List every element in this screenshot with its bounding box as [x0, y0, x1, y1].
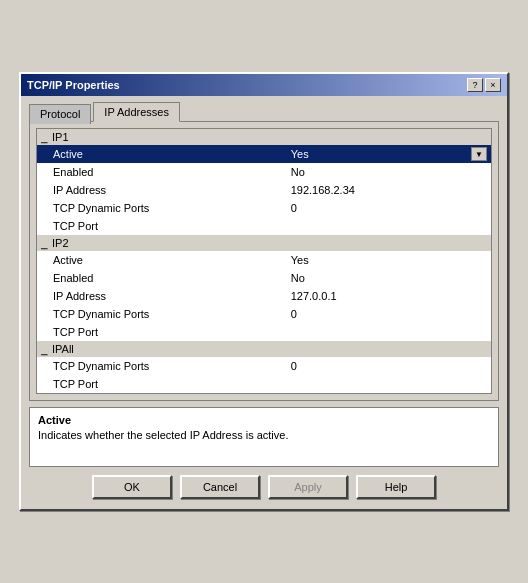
property-name: TCP Port	[37, 323, 287, 341]
table-row[interactable]: IP Address192.168.2.34	[37, 181, 491, 199]
property-value: 0	[287, 305, 491, 323]
help-title-button[interactable]: ?	[467, 78, 483, 92]
property-value: No	[287, 269, 491, 287]
property-name: Enabled	[37, 163, 287, 181]
property-value	[287, 217, 491, 235]
title-bar-buttons: ? ×	[467, 78, 501, 92]
info-section: Active Indicates whether the selected IP…	[29, 407, 499, 467]
table-row[interactable]: EnabledNo	[37, 163, 491, 181]
tab-ip-addresses-label: IP Addresses	[104, 106, 169, 118]
button-row: OK Cancel Apply Help	[29, 467, 499, 503]
section-toggle-icon: ⎯	[41, 131, 48, 143]
table-row[interactable]: ActiveYes▼	[37, 145, 491, 163]
property-value: Yes	[287, 251, 491, 269]
section-header-IPAll[interactable]: ⎯IPAll	[37, 341, 491, 357]
table-row[interactable]: EnabledNo	[37, 269, 491, 287]
tab-protocol[interactable]: Protocol	[29, 104, 91, 124]
tab-protocol-label: Protocol	[40, 108, 80, 120]
cancel-button[interactable]: Cancel	[180, 475, 260, 499]
property-name: Active	[37, 251, 287, 269]
ip-property-table-container[interactable]: ⎯IP1ActiveYes▼EnabledNoIP Address192.168…	[36, 128, 492, 394]
tab-panel-ip-addresses: ⎯IP1ActiveYes▼EnabledNoIP Address192.168…	[29, 121, 499, 401]
info-description: Indicates whether the selected IP Addres…	[38, 429, 490, 441]
property-name: TCP Dynamic Ports	[37, 199, 287, 217]
section-header-IP2[interactable]: ⎯IP2	[37, 235, 491, 251]
dialog-title: TCP/IP Properties	[27, 79, 120, 91]
property-value	[287, 375, 491, 393]
property-name: IP Address	[37, 181, 287, 199]
section-header-IP1[interactable]: ⎯IP1	[37, 129, 491, 145]
property-name: TCP Port	[37, 217, 287, 235]
table-row[interactable]: ActiveYes	[37, 251, 491, 269]
help-button[interactable]: Help	[356, 475, 436, 499]
property-name: TCP Port	[37, 375, 287, 393]
property-value: No	[287, 163, 491, 181]
property-name: Active	[37, 145, 287, 163]
ip-property-table: ⎯IP1ActiveYes▼EnabledNoIP Address192.168…	[37, 129, 491, 393]
property-value: 127.0.0.1	[287, 287, 491, 305]
property-name: TCP Dynamic Ports	[37, 357, 287, 375]
property-value	[287, 323, 491, 341]
section-toggle-icon: ⎯	[41, 343, 48, 355]
dialog-content: Protocol IP Addresses ⎯IP1ActiveYes▼Enab…	[21, 96, 507, 509]
title-bar: TCP/IP Properties ? ×	[21, 74, 507, 96]
tcp-ip-properties-dialog: TCP/IP Properties ? × Protocol IP Addres…	[19, 72, 509, 511]
property-value: 0	[287, 357, 491, 375]
ok-button[interactable]: OK	[92, 475, 172, 499]
property-name: IP Address	[37, 287, 287, 305]
table-row[interactable]: TCP Dynamic Ports0	[37, 357, 491, 375]
table-row[interactable]: IP Address127.0.0.1	[37, 287, 491, 305]
property-value: 192.168.2.34	[287, 181, 491, 199]
dropdown-arrow-icon[interactable]: ▼	[471, 147, 487, 161]
section-toggle-icon: ⎯	[41, 237, 48, 249]
table-row[interactable]: TCP Dynamic Ports0	[37, 199, 491, 217]
tab-bar: Protocol IP Addresses	[29, 102, 499, 122]
table-row[interactable]: TCP Port	[37, 217, 491, 235]
apply-button[interactable]: Apply	[268, 475, 348, 499]
table-row[interactable]: TCP Port	[37, 323, 491, 341]
property-name: Enabled	[37, 269, 287, 287]
table-row[interactable]: TCP Dynamic Ports0	[37, 305, 491, 323]
info-title: Active	[38, 414, 490, 426]
property-value[interactable]: Yes▼	[287, 145, 491, 163]
property-name: TCP Dynamic Ports	[37, 305, 287, 323]
tab-ip-addresses[interactable]: IP Addresses	[93, 102, 180, 122]
table-row[interactable]: TCP Port	[37, 375, 491, 393]
close-title-button[interactable]: ×	[485, 78, 501, 92]
property-value: 0	[287, 199, 491, 217]
